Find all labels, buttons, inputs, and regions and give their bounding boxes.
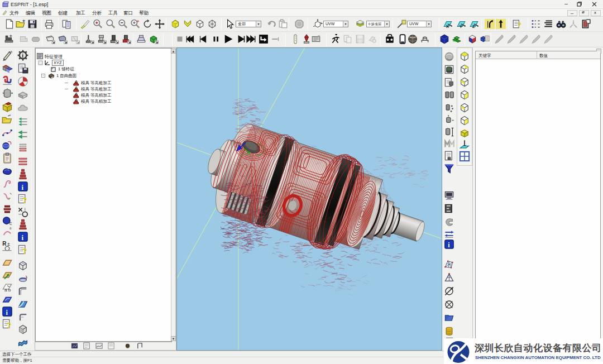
svg-text:?: ? — [22, 247, 27, 256]
svg-text:i: i — [22, 234, 24, 242]
svg-text:?: ? — [22, 197, 27, 205]
svg-text:a b: a b — [4, 288, 11, 293]
svg-text:°: ° — [9, 227, 12, 233]
svg-text:?: ? — [517, 21, 521, 29]
svg-text:?: ? — [7, 322, 11, 330]
svg-text:±: ± — [7, 241, 10, 247]
svg-text:c: c — [9, 221, 12, 226]
svg-text:i: i — [22, 52, 23, 59]
svg-text:i: i — [22, 184, 24, 191]
svg-text:i: i — [6, 309, 8, 317]
svg-text:R: R — [2, 241, 7, 247]
